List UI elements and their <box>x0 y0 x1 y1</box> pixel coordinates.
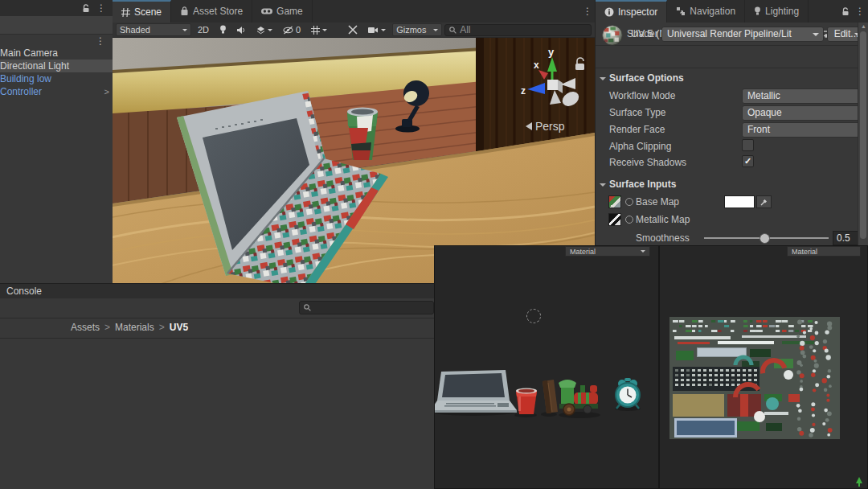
prop-plank <box>542 380 558 413</box>
2d-toggle-button[interactable]: 2D <box>194 23 213 36</box>
asset-store-bag-icon <box>180 6 189 16</box>
tab-game[interactable]: Game <box>252 0 313 23</box>
surface-inputs-foldout-icon[interactable] <box>600 183 606 190</box>
inspector-tabbar: Inspector Navigation Lighting ⋮ <box>596 0 868 23</box>
uv-atlas-image <box>669 317 840 439</box>
inspector-scrollbar[interactable]: ▲ <box>858 23 868 283</box>
breadcrumb-assets[interactable]: Assets <box>71 322 100 333</box>
navigation-icon <box>676 6 686 16</box>
prop-laptop <box>435 370 517 413</box>
workflow-mode-dropdown[interactable]: Metallic <box>742 88 868 104</box>
project-search-input[interactable] <box>299 301 434 314</box>
lock-icon[interactable] <box>82 4 90 13</box>
gizmos-dropdown[interactable]: Gizmos <box>392 23 442 36</box>
render-face-row: Render Face Front <box>596 122 858 137</box>
scene-effects-dropdown[interactable] <box>252 23 276 36</box>
breadcrumb-materials[interactable]: Materials <box>115 322 154 333</box>
bulb-icon <box>219 25 227 35</box>
inspector-lock-icon[interactable] <box>841 7 850 16</box>
shader-dropdown[interactable]: Universal Render Pipeline/Lit <box>661 27 824 42</box>
tab-scene[interactable]: Scene <box>113 0 171 23</box>
metallic-map-row: Metallic Map <box>596 212 858 227</box>
search-icon <box>304 304 311 311</box>
base-map-target-icon[interactable] <box>625 198 633 206</box>
surface-type-dropdown[interactable]: Opaque <box>742 105 868 121</box>
scene-panel: Scene Asset Store Game ⋮ Shaded 2D <box>113 0 595 283</box>
shader-row: Shader Universal Render Pipeline/Lit Edi… <box>596 26 858 43</box>
inspector-scrollbar-thumb[interactable] <box>860 31 866 239</box>
tab-lighting[interactable]: Lighting <box>745 0 809 23</box>
material-preview-label[interactable]: Material <box>787 246 861 257</box>
hierarchy-item-controller[interactable]: Controller> <box>0 85 113 98</box>
eyedropper-button[interactable] <box>756 195 772 208</box>
scroll-up-icon[interactable]: ▲ <box>858 23 868 31</box>
smoothness-value-field[interactable]: 0.5 <box>833 231 860 245</box>
scene-menu-icon[interactable]: ⋮ <box>580 6 595 16</box>
shader-label: Shader <box>627 28 658 39</box>
tab-navigation[interactable]: Navigation <box>667 0 745 23</box>
props-3d-preview <box>435 359 660 435</box>
tab-asset-store[interactable]: Asset Store <box>171 0 252 23</box>
scene-tools-button[interactable] <box>344 23 362 36</box>
alpha-clipping-row: Alpha Clipping <box>596 139 858 154</box>
unity-editor: ⋮ ⋮ Main Camera Directional Light Buildi… <box>0 0 868 489</box>
eye-off-icon <box>283 26 293 35</box>
scene-grid-icon <box>121 8 130 17</box>
hierarchy-list-menu-icon[interactable]: ⋮ <box>93 36 108 46</box>
inspector-panel: Inspector Navigation Lighting ⋮ UV 5 (Ma… <box>595 0 868 283</box>
hierarchy-toolbar[interactable] <box>0 16 113 35</box>
base-map-thumbnail[interactable] <box>608 195 621 208</box>
smoothness-row: Smoothness 0.5 <box>596 231 858 245</box>
scene-camera-dropdown[interactable] <box>364 23 390 36</box>
alpha-clipping-checkbox[interactable] <box>742 139 754 151</box>
viewport-lock-icon <box>575 64 584 70</box>
svg-text:x: x <box>534 60 539 71</box>
base-map-row: Base Map <box>596 195 858 209</box>
tab-console[interactable]: Console <box>0 284 434 298</box>
material-preview-dropdown[interactable]: Material <box>565 246 650 257</box>
scene-grid-dropdown[interactable] <box>307 23 331 36</box>
hierarchy-menu-icon[interactable]: ⋮ <box>94 3 108 13</box>
project-breadcrumb-bar: Assets > Materials > UV5 <box>0 318 434 339</box>
svg-text:z: z <box>521 85 526 97</box>
scene-lighting-toggle[interactable] <box>215 23 231 36</box>
effects-layers-icon <box>256 26 265 35</box>
breadcrumb-sep-icon: > <box>104 322 110 333</box>
hierarchy-item-building-low[interactable]: Building low <box>0 72 113 85</box>
eyedropper-icon <box>760 199 768 206</box>
hierarchy-panel: ⋮ ⋮ Main Camera Directional Light Buildi… <box>0 0 113 283</box>
svg-text:y: y <box>548 46 555 58</box>
receive-shadows-checkbox[interactable]: ✓ <box>742 155 754 167</box>
material-preview-window-right[interactable]: Material <box>659 245 868 489</box>
scene-audio-toggle[interactable] <box>233 23 250 36</box>
workflow-mode-row: Workflow Mode Metallic <box>596 88 858 103</box>
camera-icon <box>368 27 379 34</box>
checkmark-icon: ✓ <box>744 157 751 166</box>
smoothness-slider-thumb[interactable] <box>760 233 770 244</box>
base-color-swatch[interactable] <box>724 195 755 208</box>
tab-inspector[interactable]: Inspector <box>596 0 667 23</box>
scene-visibility-toggle[interactable]: 0 <box>279 23 305 36</box>
metallic-map-target-icon[interactable] <box>625 216 633 224</box>
render-face-dropdown[interactable]: Front <box>742 122 868 138</box>
lighting-bulb-icon <box>754 6 761 16</box>
shading-mode-dropdown[interactable]: Shaded <box>116 23 191 36</box>
receive-shadows-row: Receive Shadows ✓ <box>596 155 858 170</box>
surface-type-row: Surface Type Opaque <box>596 105 858 120</box>
hierarchy-item-directional-light[interactable]: Directional Light <box>0 60 113 72</box>
project-toolbar <box>0 298 434 318</box>
metallic-map-thumbnail[interactable] <box>608 213 621 226</box>
orientation-gizmo[interactable]: y x z Persp <box>518 44 592 141</box>
inspector-menu-icon[interactable]: ⋮ <box>853 6 867 16</box>
scene-search-input[interactable]: All <box>444 24 592 36</box>
hierarchy-item-main-camera[interactable]: Main Camera <box>0 47 113 60</box>
material-preview-window-left[interactable]: Material <box>434 245 659 489</box>
prop-alarm-clock <box>616 378 640 409</box>
tools-icon <box>348 25 358 35</box>
expand-chevron-icon[interactable]: > <box>104 85 109 98</box>
breadcrumb: Assets > Materials > UV5 <box>71 322 188 333</box>
surface-options-foldout-icon[interactable] <box>600 77 606 84</box>
hierarchy-header: ⋮ <box>0 0 113 16</box>
prop-toy-train <box>559 380 598 415</box>
speaker-icon <box>237 26 246 35</box>
